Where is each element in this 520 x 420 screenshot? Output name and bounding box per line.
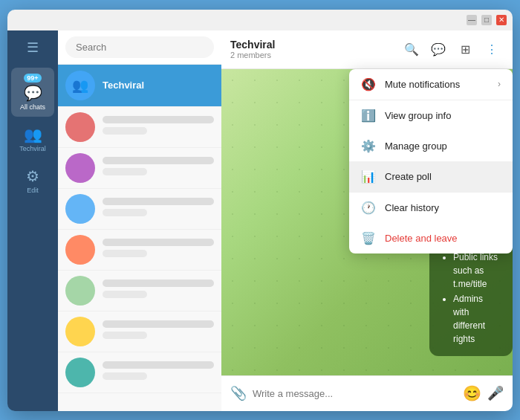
blurred-row-1[interactable] (58, 107, 221, 148)
message-input[interactable] (253, 388, 457, 399)
blurred-line-preview-3 (103, 209, 147, 216)
input-bar: 📎 😊 🎤 (221, 375, 513, 411)
manage-group-icon: ⚙️ (361, 139, 376, 153)
sidebar-item-all-chats[interactable]: 99+ 💬 All chats (11, 68, 54, 117)
techviral-icon: 👥 (24, 126, 42, 143)
menu-item-create-poll[interactable]: 📊 Create poll (349, 161, 513, 192)
chat-info: Techviral (103, 80, 214, 91)
search-input[interactable] (65, 36, 214, 58)
blurred-line-name-2 (103, 157, 214, 164)
blurred-lines-6 (103, 320, 214, 343)
chat-list-panel: 👥 Techviral (58, 30, 221, 411)
view-group-icon: ℹ️ (361, 109, 376, 123)
techviral-label: Techviral (19, 145, 46, 152)
active-chat-item[interactable]: 👥 Techviral (58, 65, 221, 107)
edit-label: Edit (27, 187, 39, 194)
clear-history-label: Clear history (385, 202, 501, 213)
chat-header-name: Techviral (230, 39, 400, 51)
blurred-line-name-6 (103, 320, 214, 328)
blurred-line-preview-1 (103, 127, 147, 135)
comments-button[interactable]: 💬 (426, 37, 450, 61)
blurred-avatar-1 (65, 112, 95, 142)
menu-item-clear-history[interactable]: 🕐 Clear history (349, 193, 513, 223)
create-poll-icon: 📊 (361, 169, 376, 184)
search-chat-button[interactable]: 🔍 (400, 37, 423, 61)
chat-avatar: 👥 (65, 71, 95, 100)
attach-icon[interactable]: 📎 (230, 385, 247, 401)
blurred-row-3[interactable] (58, 189, 221, 230)
blurred-row-7[interactable] (58, 352, 221, 393)
blurred-avatar-5 (65, 276, 95, 306)
all-chats-icon: 💬 (24, 84, 42, 102)
blurred-line-name-3 (103, 198, 214, 205)
blurred-line-preview-5 (103, 291, 147, 298)
hamburger-button[interactable]: ☰ (24, 36, 42, 59)
blurred-line-preview-4 (103, 250, 147, 257)
more-options-button[interactable]: ⋮ (480, 37, 504, 61)
blurred-line-name-7 (103, 361, 214, 369)
mute-icon: 🔇 (361, 77, 376, 91)
blurred-row-5[interactable] (58, 271, 221, 311)
all-chats-label: All chats (20, 103, 45, 111)
delete-leave-icon: 🗑️ (361, 231, 376, 245)
sidebar-item-techviral[interactable]: 👥 Techviral (11, 120, 54, 158)
blurred-lines-3 (103, 198, 214, 220)
layout-button[interactable]: ⊞ (453, 37, 477, 61)
edit-icon: ⚙ (26, 167, 39, 185)
menu-item-delete-leave[interactable]: 🗑️ Delete and leave (349, 223, 513, 253)
blurred-lines-5 (103, 280, 214, 302)
left-nav: ☰ 99+ 💬 All chats 👥 Techviral ⚙ Edit (7, 30, 58, 411)
blurred-row-2[interactable] (58, 148, 221, 189)
blurred-chat-list (58, 107, 221, 411)
mic-icon[interactable]: 🎤 (487, 385, 504, 401)
blurred-lines-2 (103, 157, 214, 179)
blurred-avatar-4 (65, 235, 95, 265)
menu-item-mute[interactable]: 🔇 Mute notifications › (349, 69, 513, 100)
group-icon: 👥 (72, 77, 88, 94)
create-poll-label: Create poll (385, 171, 501, 182)
blurred-avatar-2 (65, 153, 95, 183)
chat-area: Techviral 2 members 🔍 💬 ⊞ ⋮ 🔇 Mute notif… (221, 30, 513, 411)
badge-count: 99+ (24, 74, 41, 83)
blurred-line-preview-6 (103, 332, 147, 339)
blurred-row-6[interactable] (58, 311, 221, 352)
blurred-lines-7 (103, 361, 214, 384)
blurred-line-preview-7 (103, 372, 147, 380)
blurred-line-name-4 (103, 239, 214, 246)
minimize-button[interactable]: — (467, 15, 477, 25)
app-window: — □ ✕ ☰ 99+ 💬 All chats 👥 Techviral ⚙ Ed… (7, 10, 513, 411)
menu-item-view-group[interactable]: ℹ️ View group info (349, 100, 513, 131)
chat-header-info: Techviral 2 members (230, 39, 400, 59)
message-point-3: Public links such as t.me/title (453, 251, 501, 291)
view-group-label: View group info (385, 110, 501, 121)
close-button[interactable]: ✕ (496, 15, 507, 25)
blurred-row-4[interactable] (58, 230, 221, 271)
blurred-line-name-1 (103, 116, 214, 123)
menu-item-manage-group[interactable]: ⚙️ Manage group (349, 131, 513, 161)
manage-group-label: Manage group (385, 140, 501, 152)
sidebar-item-edit[interactable]: ⚙ Edit (11, 161, 54, 200)
chat-header-subtitle: 2 members (230, 51, 400, 59)
blurred-line-name-5 (103, 280, 214, 287)
blurred-line-preview-2 (103, 168, 147, 175)
maximize-button[interactable]: □ (481, 15, 492, 25)
title-bar: — □ ✕ (7, 10, 513, 30)
search-bar (58, 30, 221, 65)
mute-label: Mute notifications (385, 79, 489, 90)
blurred-avatar-7 (65, 358, 95, 387)
message-point-4: Admins with different rights (453, 292, 501, 346)
chat-name: Techviral (103, 80, 214, 91)
app-body: ☰ 99+ 💬 All chats 👥 Techviral ⚙ Edit (7, 30, 513, 411)
blurred-avatar-6 (65, 317, 95, 346)
blurred-lines-1 (103, 116, 214, 138)
delete-leave-label: Delete and leave (385, 233, 501, 244)
blurred-lines-4 (103, 239, 214, 261)
chat-header-actions: 🔍 💬 ⊞ ⋮ (400, 37, 504, 61)
mute-arrow: › (498, 79, 501, 89)
blurred-avatar-3 (65, 194, 95, 224)
chat-header: Techviral 2 members 🔍 💬 ⊞ ⋮ 🔇 Mute notif… (221, 30, 513, 69)
dropdown-menu: 🔇 Mute notifications › ℹ️ View group inf… (349, 69, 513, 253)
emoji-icon[interactable]: 😊 (463, 384, 481, 402)
clear-history-icon: 🕐 (361, 201, 376, 215)
